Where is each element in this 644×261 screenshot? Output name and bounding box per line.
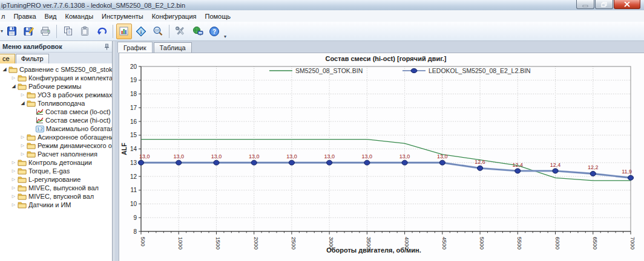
tree-item[interactable]: Состав смеси (lo-oct) [гор — [0, 108, 112, 116]
help-button[interactable]: ? — [206, 24, 222, 39]
window-controls — [576, 0, 640, 9]
expand-toggle[interactable]: ▷ — [19, 133, 26, 141]
folder-icon — [18, 193, 27, 200]
tree-item[interactable]: ▷MIVEC, впускной вал — [0, 192, 112, 201]
tree-item[interactable]: ▷УОЗ в рабочих режимах — [0, 91, 112, 99]
menu-item-3[interactable]: Команды — [61, 11, 98, 21]
info-button[interactable]: i — [133, 24, 149, 39]
folder-icon — [18, 201, 27, 208]
dropdown-arrow-partial-icon[interactable]: ▾ — [1, 28, 3, 34]
expand-toggle[interactable]: ▷ — [19, 150, 26, 158]
tree-item-label: Контроль детонации — [28, 159, 92, 166]
expand-toggle[interactable]: ▷ — [10, 192, 17, 201]
menu-bar: лПравкаВидКомандыИнструментыКонфигурация… — [0, 10, 644, 22]
tree-item-label: Состав смеси (hi-oct) [гор — [45, 117, 112, 124]
folder-icon — [18, 83, 27, 90]
save-button[interactable] — [4, 24, 19, 39]
expand-toggle[interactable]: ▷ — [19, 141, 26, 150]
sidebar-tab-0[interactable]: се — [0, 54, 15, 63]
tree-item-label: Расчет наполнения — [38, 150, 97, 158]
folder-icon — [8, 66, 18, 73]
svg-text:12,6: 12,6 — [475, 159, 485, 165]
calibration-tree: ◢Сравнение с SM5250_08_stok.bin▷Конфигур… — [0, 63, 112, 261]
expand-toggle[interactable]: ▷ — [10, 175, 17, 184]
expand-toggle[interactable]: ◢ — [19, 99, 26, 108]
folder-icon — [18, 167, 27, 175]
close-icon — [624, 2, 630, 7]
expand-toggle[interactable]: ▷ — [19, 91, 26, 99]
tree-item[interactable]: ▷Конфигурация и комплектация — [0, 74, 112, 82]
tree-item[interactable]: ▷L-регулирование — [0, 175, 112, 184]
tree-item[interactable]: ▷Асинхронное обогащение по — [0, 133, 112, 141]
svg-text:13: 13 — [130, 160, 137, 166]
pin-icon[interactable] — [104, 44, 110, 50]
expand-toggle[interactable]: ▷ — [10, 158, 17, 167]
menu-item-2[interactable]: Вид — [41, 11, 61, 21]
mini-chart-icon — [36, 117, 44, 124]
svg-text:13,0: 13,0 — [324, 153, 335, 160]
folder-icon — [18, 176, 27, 183]
print-button[interactable] — [38, 24, 53, 39]
save-as-button[interactable] — [21, 24, 36, 39]
expand-toggle[interactable]: ▷ — [10, 201, 17, 209]
tree-item[interactable]: ▷Расчет наполнения — [0, 150, 112, 158]
graph-view-button[interactable] — [116, 24, 132, 39]
content-area: ГрафикТаблица 89101112131415161718192050… — [115, 41, 644, 261]
toolbar-overflow-icon[interactable]: ▾ — [224, 34, 226, 39]
tools-button[interactable] — [172, 24, 188, 39]
copy-button[interactable] — [60, 24, 76, 39]
tree-item[interactable]: ◢Топливоподача — [0, 99, 112, 108]
map-1-2-icon: 1.2 — [36, 126, 44, 132]
tree-item[interactable]: ▷Torque, E-gas — [0, 167, 112, 175]
menu-item-0[interactable]: л — [0, 11, 9, 21]
svg-text:7000: 7000 — [629, 237, 636, 250]
svg-text:1.2: 1.2 — [37, 127, 43, 131]
expand-toggle[interactable]: ◢ — [1, 65, 8, 74]
svg-text:18: 18 — [130, 91, 137, 97]
chart-svg: 8910111213141516171819205001000150020002… — [119, 53, 644, 261]
close-button[interactable] — [614, 0, 640, 9]
sidebar-tab-1[interactable]: Фильтр — [16, 54, 49, 63]
undo-button[interactable] — [94, 24, 110, 39]
tree-item-label: Рабочие режимы — [28, 83, 81, 90]
toolbar-separator — [56, 25, 57, 38]
tree-item-label: Асинхронное обогащение по — [38, 134, 112, 141]
paste-button[interactable] — [77, 24, 93, 39]
tree-item-label: MIVEC, выпускной вал — [28, 184, 99, 192]
minimize-icon — [582, 2, 588, 7]
svg-text:2000: 2000 — [253, 237, 260, 250]
svg-text:13,0: 13,0 — [211, 153, 222, 160]
expand-toggle[interactable]: ▷ — [10, 167, 17, 175]
chart-title: Состав смеси (hi-oct) [горячий двиг.] — [326, 55, 447, 62]
menu-item-5[interactable]: Конфигурация — [148, 11, 201, 21]
folder-icon — [27, 91, 36, 98]
tree-item[interactable]: ▷Датчики и ИМ — [0, 201, 112, 209]
menu-item-1[interactable]: Правка — [9, 11, 40, 21]
tree-item[interactable]: 1.2Максимально богатая см — [0, 124, 112, 133]
expand-toggle[interactable]: ▷ — [10, 184, 17, 192]
tree-item[interactable]: ◢Сравнение с SM5250_08_stok.bin — [0, 65, 112, 74]
undo-icon — [96, 26, 107, 36]
tree-item[interactable]: ▷MIVEC, выпускной вал — [0, 184, 112, 192]
menu-item-6[interactable]: Помощь — [201, 11, 235, 21]
tree-item[interactable]: Состав смеси (hi-oct) [гор — [0, 116, 112, 124]
tree-item[interactable]: ▷Контроль детонации — [0, 158, 112, 167]
menu-item-4[interactable]: Инструменты — [97, 11, 148, 21]
expand-toggle[interactable]: ▷ — [10, 74, 17, 82]
svg-text:12,4: 12,4 — [513, 162, 524, 168]
legend-ledokol: LEDOKOL_SM5250_08_E2_L2.BIN — [429, 67, 531, 74]
svg-text:5000: 5000 — [479, 237, 485, 250]
minimize-button[interactable] — [576, 0, 594, 9]
copy-icon — [63, 26, 73, 36]
expand-toggle[interactable]: ◢ — [10, 82, 17, 91]
svg-text:19: 19 — [130, 77, 137, 83]
svg-text:10: 10 — [130, 201, 137, 207]
tree-item[interactable]: ◢Рабочие режимы — [0, 82, 112, 91]
restore-button[interactable] — [595, 0, 613, 9]
web-update-button[interactable] — [189, 24, 205, 39]
svg-text:500: 500 — [140, 237, 146, 246]
zoom-110-button[interactable]: 110 — [150, 24, 166, 39]
tab-tablica[interactable]: Таблица — [154, 42, 192, 53]
tab-grafik[interactable]: График — [117, 42, 153, 53]
tree-item[interactable]: ▷Режим динамического обога — [0, 141, 112, 150]
